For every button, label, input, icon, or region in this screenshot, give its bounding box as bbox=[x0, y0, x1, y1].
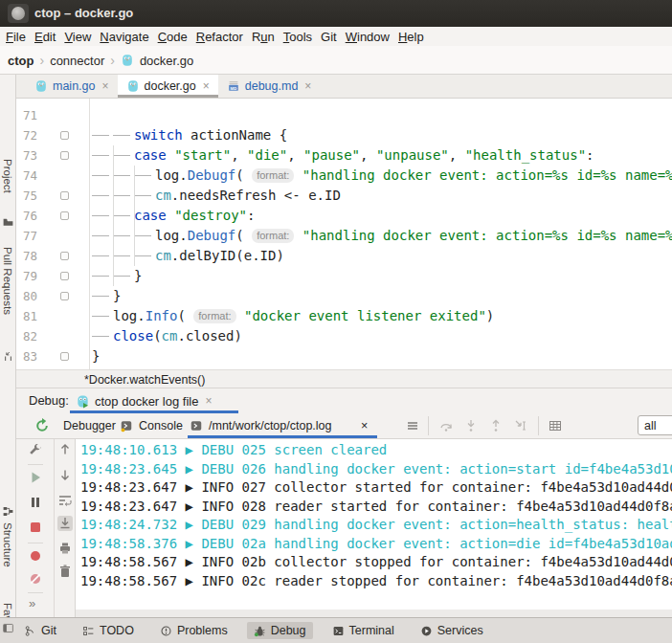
menu-view[interactable]: View bbox=[64, 30, 91, 44]
tab-whitespace-mark bbox=[92, 296, 109, 297]
resume-icon[interactable] bbox=[28, 470, 43, 485]
fold-marker-icon[interactable] bbox=[60, 252, 69, 260]
toolwindow-button-problems[interactable]: Problems bbox=[153, 622, 235, 639]
fold-marker-icon[interactable] bbox=[60, 292, 69, 300]
close-icon[interactable]: × bbox=[205, 394, 212, 408]
fold-marker-icon[interactable] bbox=[60, 211, 69, 220]
mnemonic: T bbox=[283, 30, 290, 44]
code-line[interactable]: 76case "destroy": bbox=[16, 206, 672, 226]
toolwindow-button-todo[interactable]: TODO bbox=[76, 622, 141, 639]
line-number: 71 bbox=[16, 105, 37, 125]
breadcrumb-item[interactable]: connector bbox=[50, 54, 104, 68]
selected-tab-underline bbox=[188, 435, 377, 438]
fold-marker-icon[interactable] bbox=[60, 272, 69, 280]
fold-marker-icon[interactable] bbox=[60, 131, 69, 140]
code-line[interactable]: 75cm.needsRefresh <- e.ID bbox=[16, 186, 672, 206]
code-line[interactable]: 78cm.delByID(e.ID) bbox=[16, 246, 672, 266]
editor-tab-docker.go[interactable]: docker.go× bbox=[118, 75, 218, 98]
svg-text:MD: MD bbox=[230, 86, 236, 91]
line-number: 82 bbox=[16, 326, 37, 346]
code-editor[interactable]: 7172switch actionName {73case "start", "… bbox=[16, 99, 672, 369]
toolwindow-button-debug[interactable]: Debug bbox=[247, 622, 313, 639]
settings-icon[interactable] bbox=[28, 443, 43, 458]
soft-wrap-icon[interactable] bbox=[57, 493, 73, 508]
prev-occurrence-icon[interactable] bbox=[57, 441, 73, 456]
mnemonic: W bbox=[346, 30, 357, 44]
tab-whitespace-mark bbox=[92, 276, 109, 277]
next-occurrence-icon[interactable] bbox=[57, 468, 73, 483]
more-icon[interactable]: » bbox=[29, 596, 35, 610]
tab-console[interactable]: Console bbox=[139, 413, 183, 438]
breadcrumb-item[interactable]: ctop bbox=[8, 54, 34, 68]
layout-grid-icon[interactable] bbox=[548, 418, 563, 433]
menu-code[interactable]: Code bbox=[158, 30, 188, 44]
stripe-button-structure[interactable]: Structure bbox=[2, 522, 13, 567]
options-menu-icon[interactable] bbox=[405, 418, 420, 433]
tool-window-switcher-icon[interactable] bbox=[2, 622, 14, 634]
window-menu-button[interactable] bbox=[11, 7, 25, 20]
editor-tab-label: debug.md bbox=[245, 79, 299, 93]
fold-marker-icon[interactable] bbox=[60, 151, 69, 160]
tab-whitespace-mark bbox=[113, 276, 130, 277]
tab-debugger[interactable]: Debugger bbox=[63, 413, 116, 438]
toolwindow-button-label: Services bbox=[437, 624, 483, 637]
scroll-to-end-icon[interactable] bbox=[57, 516, 73, 531]
rerun-icon[interactable] bbox=[34, 418, 50, 433]
stripe-button-project[interactable]: Project bbox=[2, 159, 13, 193]
title-bar[interactable]: ctop – docker.go bbox=[0, 0, 672, 27]
step-into-icon[interactable] bbox=[463, 418, 479, 433]
code-text: log.Info( format: "docker event listener… bbox=[113, 306, 494, 326]
code-line[interactable]: 72switch actionName { bbox=[16, 125, 672, 145]
tab-whitespace-mark bbox=[92, 155, 109, 156]
log-filter-select[interactable]: all bbox=[638, 415, 672, 435]
run-to-cursor-icon[interactable] bbox=[513, 418, 528, 433]
fold-marker-icon[interactable] bbox=[60, 352, 69, 361]
close-icon[interactable]: × bbox=[304, 79, 311, 93]
line-number: 81 bbox=[16, 306, 37, 326]
console-horizontal-scrollbar[interactable] bbox=[76, 610, 672, 617]
console-output[interactable]: 19:48:10.613 ▶ DEBU 025 screen cleared19… bbox=[76, 439, 672, 610]
step-over-icon[interactable] bbox=[438, 418, 454, 433]
code-line[interactable]: 83} bbox=[16, 346, 672, 366]
menu-edit[interactable]: Edit bbox=[34, 30, 56, 44]
close-icon[interactable]: × bbox=[203, 79, 210, 93]
fold-marker-icon[interactable] bbox=[60, 191, 69, 200]
menu-git[interactable]: Git bbox=[321, 30, 337, 44]
toolwindow-button-services[interactable]: Services bbox=[414, 622, 490, 639]
pause-icon[interactable] bbox=[28, 495, 43, 510]
code-text: } bbox=[134, 266, 142, 286]
toolwindow-button-git[interactable]: Git bbox=[17, 622, 63, 639]
code-line[interactable]: 79} bbox=[16, 266, 672, 286]
code-line[interactable]: 74log.Debugf( format: "handling docker e… bbox=[16, 166, 672, 186]
code-line[interactable]: 73case "start", "die", "pause", "unpause… bbox=[16, 145, 672, 166]
code-line[interactable]: 71 bbox=[16, 105, 672, 125]
editor-tab-debug.md[interactable]: MDdebug.md× bbox=[218, 75, 321, 98]
menu-refactor[interactable]: Refactor bbox=[196, 30, 243, 44]
menu-file[interactable]: File bbox=[6, 30, 26, 44]
go-file-icon bbox=[121, 54, 134, 67]
code-line[interactable]: 82close(cm.closed) bbox=[16, 326, 672, 346]
menu-tools[interactable]: Tools bbox=[283, 30, 312, 44]
code-line[interactable]: 80} bbox=[16, 286, 672, 306]
mute-breakpoints-icon[interactable] bbox=[28, 571, 43, 587]
close-icon[interactable]: × bbox=[101, 79, 108, 93]
breadcrumb-item[interactable]: docker.go bbox=[140, 54, 193, 68]
stop-icon[interactable] bbox=[28, 520, 43, 535]
code-line[interactable]: 81log.Info( format: "docker event listen… bbox=[16, 306, 672, 326]
menu-help[interactable]: Help bbox=[398, 30, 424, 44]
view-breakpoints-icon[interactable] bbox=[28, 548, 43, 564]
clear-all-icon[interactable] bbox=[57, 564, 73, 579]
editor-tab-main.go[interactable]: main.go× bbox=[26, 75, 118, 98]
log-row: 19:48:58.567 ▶ INFO 02b collector stoppe… bbox=[80, 553, 672, 571]
session-tab-label: ctop docker log file bbox=[95, 394, 198, 409]
step-out-icon[interactable] bbox=[488, 418, 504, 433]
code-line[interactable]: 77log.Debugf( format: "handling docker e… bbox=[16, 226, 672, 246]
menu-navigate[interactable]: Navigate bbox=[100, 30, 148, 44]
toolwindow-button-terminal[interactable]: Terminal bbox=[325, 622, 401, 639]
tab-whitespace-mark bbox=[92, 316, 109, 317]
menu-run[interactable]: Run bbox=[252, 30, 275, 44]
stripe-button-pull-requests[interactable]: Pull Requests bbox=[2, 247, 13, 315]
mnemonic: u bbox=[260, 30, 267, 44]
print-icon[interactable] bbox=[57, 541, 73, 556]
menu-window[interactable]: Window bbox=[346, 30, 390, 44]
